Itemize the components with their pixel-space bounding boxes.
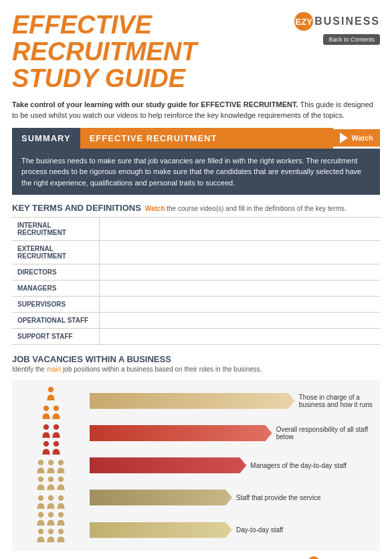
person-icon bbox=[56, 511, 66, 528]
job-vacancies-title: JOB VACANCIES WITHIN A BUSINESS bbox=[12, 354, 380, 364]
pyramid-area: Those in charge of a business and how it… bbox=[12, 380, 380, 551]
ezy-logo-circle: EZY bbox=[294, 12, 313, 31]
person-icon bbox=[36, 528, 45, 544]
svg-point-8 bbox=[48, 460, 54, 465]
svg-point-18 bbox=[58, 512, 64, 517]
bar-label: Day-to-day staff bbox=[236, 526, 375, 534]
bar bbox=[90, 425, 272, 441]
key-term-definition bbox=[99, 313, 380, 329]
key-term-definition bbox=[99, 264, 380, 281]
svg-point-10 bbox=[38, 477, 43, 482]
svg-point-17 bbox=[48, 512, 54, 517]
bar-wrap bbox=[90, 457, 246, 473]
key-term-label: EXTERNAL RECRUITMENT bbox=[12, 241, 99, 264]
key-term-definition bbox=[99, 281, 380, 297]
bar-wrap bbox=[90, 522, 232, 538]
key-terms-row: EXTERNAL RECRUITMENT bbox=[12, 241, 380, 264]
play-icon bbox=[340, 133, 348, 143]
bar-wrap bbox=[90, 393, 295, 409]
bars-column: Those in charge of a business and how it… bbox=[90, 386, 375, 544]
bar-label: Managers of the day-to-day staff bbox=[250, 462, 375, 469]
svg-point-2 bbox=[53, 406, 58, 411]
person-icon bbox=[36, 459, 45, 475]
ezy-logo-text: BUSINESS bbox=[314, 15, 380, 27]
person-icon bbox=[36, 495, 45, 511]
person-icon bbox=[36, 476, 45, 492]
person-icon bbox=[52, 424, 61, 440]
svg-point-0 bbox=[48, 387, 54, 392]
bar bbox=[90, 522, 232, 538]
key-terms-row: OPERATIONAL STAFF bbox=[12, 313, 380, 329]
person-icon bbox=[46, 511, 56, 528]
footer: © EzyEducation Ltd 2021. All rights rese… bbox=[0, 551, 392, 559]
svg-point-9 bbox=[58, 460, 64, 465]
key-terms-table: INTERNAL RECRUITMENTEXTERNAL RECRUITMENT… bbox=[12, 217, 380, 345]
bar bbox=[90, 457, 246, 473]
person-icon bbox=[56, 476, 66, 492]
key-term-definition bbox=[99, 297, 380, 313]
ezy-logo: EZY BUSINESS bbox=[294, 12, 380, 31]
svg-point-12 bbox=[58, 477, 64, 482]
person-icon bbox=[56, 528, 66, 544]
bar-label: Overall responsibility of all staff belo… bbox=[276, 426, 375, 441]
footer-logo: EZY EDUCATION bbox=[308, 556, 380, 559]
key-terms-row: INTERNAL RECRUITMENT bbox=[12, 218, 380, 241]
summary-label: SUMMARY bbox=[12, 128, 80, 149]
bar-row: Managers of the day-to-day staff bbox=[90, 457, 375, 473]
summary-bar: SUMMARY EFFECTIVE RECRUITMENT Watch bbox=[12, 128, 380, 149]
person-icon bbox=[46, 386, 56, 402]
key-terms-row: SUPERVISORS bbox=[12, 297, 380, 313]
pyramid-icons-column bbox=[17, 386, 84, 544]
person-icon bbox=[36, 511, 45, 528]
svg-point-1 bbox=[43, 406, 48, 411]
person-icon bbox=[46, 495, 56, 511]
key-terms-subtitle: Watch the course video(s) and fill in th… bbox=[145, 205, 347, 212]
icon-cell bbox=[17, 495, 84, 544]
person-icon bbox=[52, 441, 61, 457]
key-term-definition bbox=[99, 329, 380, 345]
svg-point-4 bbox=[53, 424, 58, 430]
key-term-label: DIRECTORS bbox=[12, 264, 99, 281]
person-icon bbox=[41, 424, 51, 440]
key-term-label: MANAGERS bbox=[12, 281, 99, 297]
back-to-contents-button[interactable]: Back to Contents bbox=[323, 34, 380, 45]
person-icon bbox=[56, 459, 66, 475]
bar-row: Overall responsibility of all staff belo… bbox=[90, 425, 375, 441]
svg-point-13 bbox=[38, 495, 43, 501]
svg-point-3 bbox=[43, 424, 48, 430]
summary-box: The business needs to make sure that job… bbox=[12, 149, 380, 195]
key-terms-section-title: KEY TERMS AND DEFINITIONS Watch the cour… bbox=[0, 203, 392, 213]
key-term-label: INTERNAL RECRUITMENT bbox=[12, 218, 99, 241]
summary-title: EFFECTIVE RECRUITMENT bbox=[80, 128, 334, 149]
bar bbox=[90, 489, 232, 505]
job-vacancies-subtitle: Identify the main job positions within a… bbox=[12, 366, 380, 373]
key-term-label: SUPPORT STAFF bbox=[12, 329, 99, 345]
watch-button[interactable]: Watch bbox=[333, 129, 380, 147]
job-vacancies-highlight: main bbox=[47, 366, 62, 373]
key-terms-title: KEY TERMS AND DEFINITIONS bbox=[12, 203, 141, 213]
key-terms-row: DIRECTORS bbox=[12, 264, 380, 281]
bar-label: Those in charge of a business and how it… bbox=[299, 394, 375, 408]
person-icon bbox=[46, 528, 56, 544]
bar-wrap bbox=[90, 489, 232, 505]
svg-point-5 bbox=[43, 441, 48, 447]
svg-point-6 bbox=[53, 441, 58, 447]
bar-row: Staff that provide the service bbox=[90, 489, 375, 505]
intro-text: Take control of your learning with our s… bbox=[0, 99, 392, 128]
intro-bold: Take control of your learning with our s… bbox=[12, 100, 298, 108]
bar-wrap bbox=[90, 425, 272, 441]
job-vacancies-section: JOB VACANCIES WITHIN A BUSINESS Identify… bbox=[0, 354, 392, 373]
person-icon bbox=[41, 441, 51, 457]
bar-row: Day-to-day staff bbox=[90, 522, 375, 538]
person-icon bbox=[41, 405, 51, 421]
svg-point-19 bbox=[38, 529, 43, 534]
svg-point-16 bbox=[38, 512, 43, 517]
svg-point-11 bbox=[48, 477, 54, 482]
svg-point-7 bbox=[38, 460, 43, 465]
key-term-definition bbox=[99, 241, 380, 264]
key-terms-row: MANAGERS bbox=[12, 281, 380, 297]
footer-logo-circle: EZY bbox=[308, 556, 320, 559]
svg-point-14 bbox=[48, 495, 54, 501]
person-icon bbox=[46, 476, 56, 492]
icon-cell bbox=[17, 386, 84, 402]
